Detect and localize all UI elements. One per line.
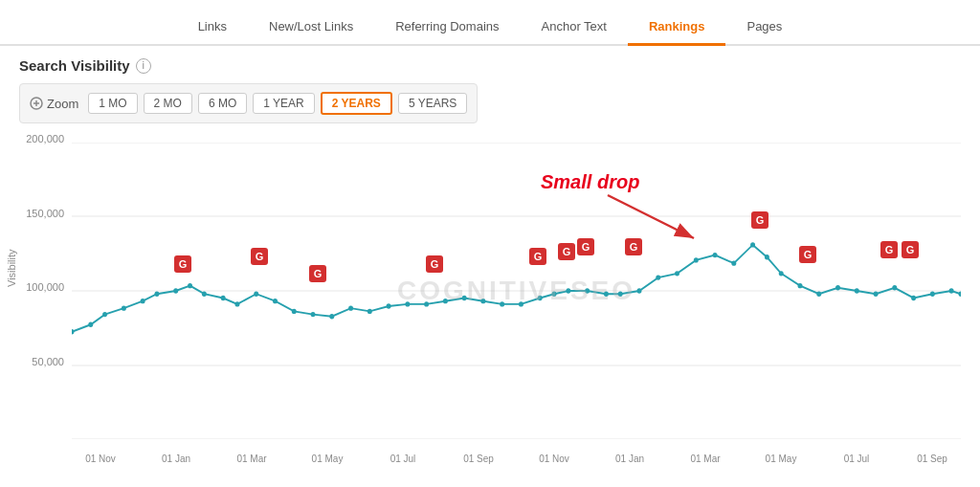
svg-point-46 — [750, 242, 755, 247]
nav-links[interactable]: Links — [177, 10, 248, 46]
g-marker-10[interactable]: G — [799, 246, 816, 263]
svg-point-48 — [779, 271, 784, 276]
chart-svg — [72, 143, 961, 439]
svg-point-12 — [141, 299, 145, 303]
zoom-5years[interactable]: 5 YEARS — [398, 93, 467, 114]
svg-point-31 — [480, 299, 485, 303]
chart-container: Visibility 200,000 150,000 100,000 50,00… — [19, 133, 961, 468]
x-label-01sep: 01 Sep — [450, 454, 507, 464]
svg-point-37 — [585, 288, 590, 293]
y-label-100k: 100,000 — [26, 281, 64, 293]
x-axis: 01 Nov 01 Jan 01 Mar 01 May 01 Jul 01 Se… — [72, 439, 961, 468]
zoom-label-text: Zoom — [47, 97, 78, 111]
x-label-01mar2: 01 Mar — [677, 454, 734, 464]
y-axis-title: Visibility — [6, 249, 17, 287]
svg-point-19 — [254, 292, 258, 297]
svg-point-21 — [292, 309, 297, 314]
chart-dots — [72, 242, 961, 334]
svg-point-43 — [694, 257, 699, 262]
x-label-01sep2: 01 Sep — [903, 454, 961, 464]
content-area: Search Visibility i Zoom 1 MO 2 MO 6 MO … — [0, 46, 980, 477]
svg-point-20 — [273, 299, 278, 303]
svg-point-28 — [424, 301, 429, 306]
x-label-01may2: 01 May — [752, 454, 810, 464]
svg-point-39 — [618, 292, 623, 297]
nav-rankings[interactable]: Rankings — [628, 10, 726, 46]
svg-point-51 — [835, 285, 840, 290]
svg-point-41 — [656, 275, 660, 279]
nav-referring-domains[interactable]: Referring Domains — [374, 10, 520, 46]
svg-point-26 — [387, 303, 391, 308]
svg-point-47 — [765, 255, 769, 259]
nav-pages[interactable]: Pages — [725, 10, 803, 46]
chart-svg-area: COGNITIVESEO G G G G G G G G G G G G Sma… — [72, 143, 961, 439]
svg-point-24 — [348, 306, 353, 311]
section-header: Search Visibility i — [19, 57, 961, 74]
svg-point-34 — [538, 296, 543, 300]
g-marker-4[interactable]: G — [426, 255, 443, 273]
g-marker-2[interactable]: G — [251, 248, 268, 265]
g-marker-8[interactable]: G — [625, 238, 642, 255]
svg-point-8 — [72, 329, 74, 334]
g-marker-1[interactable]: G — [174, 255, 191, 273]
nav-new-lost-links[interactable]: New/Lost Links — [248, 10, 374, 46]
svg-point-11 — [122, 306, 126, 311]
zoom-1mo[interactable]: 1 MO — [88, 93, 137, 114]
y-label-150k: 150,000 — [26, 208, 64, 219]
svg-point-42 — [675, 271, 679, 276]
svg-point-25 — [368, 309, 372, 314]
zoom-6mo[interactable]: 6 MO — [198, 93, 247, 114]
svg-point-44 — [713, 253, 718, 257]
nav-anchor-text[interactable]: Anchor Text — [521, 10, 628, 46]
x-label-01nov: 01 Nov — [72, 454, 129, 464]
section-title: Search Visibility — [19, 57, 130, 74]
svg-point-52 — [855, 288, 859, 293]
svg-point-27 — [405, 301, 410, 306]
x-label-01jul: 01 Jul — [374, 454, 432, 464]
x-label-01jul2: 01 Jul — [828, 454, 885, 464]
zoom-2mo[interactable]: 2 MO — [144, 93, 192, 114]
zoom-plus-icon — [30, 97, 43, 110]
top-navigation: Links New/Lost Links Referring Domains A… — [0, 0, 980, 46]
svg-point-15 — [188, 283, 192, 288]
svg-point-50 — [816, 292, 821, 297]
svg-point-45 — [731, 260, 736, 265]
svg-point-10 — [102, 312, 107, 317]
svg-point-30 — [462, 296, 467, 300]
svg-point-29 — [443, 299, 448, 303]
zoom-2years[interactable]: 2 YEARS — [321, 92, 392, 115]
info-icon[interactable]: i — [136, 58, 151, 74]
svg-point-57 — [949, 288, 954, 293]
y-label-50k: 50,000 — [32, 356, 64, 367]
svg-point-13 — [154, 292, 159, 297]
svg-point-40 — [637, 288, 642, 293]
svg-point-32 — [500, 301, 504, 306]
svg-point-55 — [911, 296, 916, 300]
g-marker-3[interactable]: G — [309, 265, 326, 282]
g-marker-5[interactable]: G — [529, 248, 546, 265]
svg-point-22 — [311, 312, 316, 317]
svg-point-17 — [221, 296, 226, 300]
zoom-bar: Zoom 1 MO 2 MO 6 MO 1 YEAR 2 YEARS 5 YEA… — [19, 83, 478, 123]
svg-point-14 — [173, 288, 178, 293]
svg-point-49 — [798, 283, 803, 288]
x-label-01nov2: 01 Nov — [525, 454, 583, 464]
svg-point-58 — [959, 292, 961, 297]
zoom-1year[interactable]: 1 YEAR — [253, 93, 314, 114]
svg-point-23 — [329, 314, 334, 319]
svg-point-53 — [874, 292, 879, 297]
g-marker-6[interactable]: G — [558, 243, 575, 260]
x-label-01mar: 01 Mar — [223, 454, 280, 464]
svg-point-18 — [234, 301, 239, 306]
g-marker-12[interactable]: G — [902, 241, 919, 258]
g-marker-11[interactable]: G — [880, 241, 898, 258]
svg-point-16 — [202, 292, 207, 297]
zoom-icon-label: Zoom — [30, 97, 78, 111]
svg-point-36 — [566, 288, 570, 293]
g-marker-7[interactable]: G — [577, 238, 594, 255]
y-axis: Visibility 200,000 150,000 100,000 50,00… — [19, 133, 72, 430]
svg-point-54 — [892, 285, 897, 290]
g-marker-9[interactable]: G — [751, 211, 768, 229]
x-label-01may: 01 May — [299, 454, 356, 464]
x-label-01jan2: 01 Jan — [601, 454, 658, 464]
